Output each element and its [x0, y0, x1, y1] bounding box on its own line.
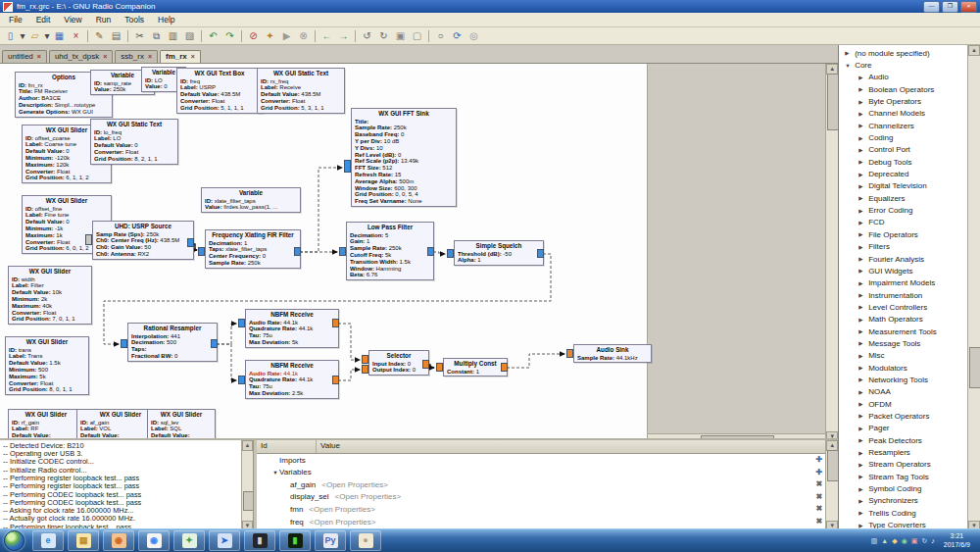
- complex-out-port[interactable]: [187, 238, 194, 247]
- delete-button[interactable]: ▨: [181, 28, 198, 43]
- variable-row-imports[interactable]: Imports✚: [257, 454, 838, 467]
- back-button[interactable]: ←: [318, 28, 335, 43]
- tree-item-audio[interactable]: ▶Audio: [839, 72, 967, 83]
- tree-item-file-operators[interactable]: ▶File Operators: [839, 228, 967, 240]
- tree-item-message-tools[interactable]: ▶Message Tools: [839, 337, 967, 349]
- scrollbar-thumb[interactable]: [701, 435, 773, 438]
- chrome-taskbar-button[interactable]: ◉: [138, 530, 170, 551]
- block-statictext-rx-freq[interactable]: WX GUI Static TextID: rx_freqLabel: Rece…: [257, 68, 345, 114]
- chevron-right-icon[interactable]: ▶: [858, 317, 864, 323]
- tree-item-symbol-coding[interactable]: ▶Symbol Coding: [839, 482, 967, 494]
- tree-item-networking-tools[interactable]: ▶Networking Tools: [839, 374, 967, 385]
- tree-item-debug-tools[interactable]: ▶Debug Tools: [839, 156, 967, 168]
- block-nbfm-receive-1[interactable]: NBFM ReceiveAudio Rate: 44.1kQuadrature …: [245, 309, 339, 348]
- minimize-button[interactable]: —: [923, 1, 940, 13]
- flowgraph-canvas[interactable]: OptionsID: fm_rxTitle: FM ReceiverAuthor…: [0, 64, 838, 438]
- tree-item-pager[interactable]: ▶Pager: [839, 423, 967, 434]
- scrollbar-thumb[interactable]: [243, 491, 253, 511]
- messenger-taskbar-button[interactable]: ➤: [209, 530, 240, 551]
- tree-item-packet-operators[interactable]: ▶Packet Operators: [839, 410, 967, 422]
- variable-value[interactable]: <Open Properties>: [310, 518, 376, 527]
- reload-blocks-button[interactable]: ⟳: [449, 28, 466, 43]
- enable-block-button[interactable]: ▣: [392, 28, 409, 43]
- complex-out-port[interactable]: [211, 339, 218, 348]
- variable-row-fmn[interactable]: fmn<Open Properties>✖: [257, 503, 838, 516]
- variable-row-freq[interactable]: freq<Open Properties>✖: [257, 516, 838, 528]
- tree-item-resamplers[interactable]: ▶Resamplers: [839, 446, 967, 458]
- menu-view[interactable]: View: [57, 14, 88, 25]
- rotate-ccw-button[interactable]: ↺: [359, 28, 375, 43]
- chevron-right-icon[interactable]: ▶: [858, 474, 864, 479]
- chevron-right-icon[interactable]: ▶: [858, 389, 864, 395]
- chevron-right-icon[interactable]: ▶: [858, 135, 864, 141]
- scroll-down-icon[interactable]: ▼: [826, 431, 838, 438]
- tree-scrollbar[interactable]: ▲ ▼: [967, 45, 980, 531]
- network-icon[interactable]: ▥: [871, 537, 878, 544]
- chevron-right-icon[interactable]: ▶: [858, 99, 864, 105]
- block-rational-resampler[interactable]: Rational ResamplerInterpolation: 441Deci…: [127, 323, 218, 362]
- chevron-right-icon[interactable]: ▶: [858, 220, 864, 226]
- block-low-pass-filter[interactable]: Low Pass FilterDecimation: 5Gain: 1Sampl…: [346, 222, 434, 280]
- tree-item-equalizers[interactable]: ▶Equalizers: [839, 192, 967, 204]
- block-nbfm-receive-2[interactable]: NBFM ReceiveAudio Rate: 44.1kQuadrature …: [245, 360, 339, 399]
- chevron-right-icon[interactable]: ▶: [858, 376, 864, 382]
- block-audio-sink[interactable]: Audio SinkSample Rate: 44.1kHz: [573, 344, 652, 364]
- complex-in-port[interactable]: [447, 249, 454, 258]
- open-dropdown-button[interactable]: ▾: [43, 28, 51, 43]
- title-bar[interactable]: fm_rx.grc - E:\ - GNU Radio Companion —❒…: [0, 0, 980, 13]
- chevron-right-icon[interactable]: ▶: [858, 75, 864, 80]
- variable-panel-scrollbar[interactable]: ▲ ▼: [825, 440, 838, 531]
- chevron-right-icon[interactable]: ▶: [858, 353, 864, 359]
- tab-close-icon[interactable]: ×: [37, 53, 41, 60]
- complex-in-port[interactable]: [238, 376, 245, 384]
- chevron-right-icon[interactable]: ▶: [858, 437, 864, 443]
- execute-button[interactable]: ▶: [278, 28, 295, 43]
- tree-item-byte-operators[interactable]: ▶Byte Operators: [839, 95, 967, 107]
- tree-item-deprecated[interactable]: ▶Deprecated: [839, 168, 967, 179]
- tree-item-impairment-models[interactable]: ▶Impairment Models: [839, 277, 967, 289]
- copy-button[interactable]: ⧉: [148, 28, 165, 43]
- chevron-right-icon[interactable]: ▶: [858, 328, 864, 334]
- open-flowgraph-button[interactable]: ▱: [26, 28, 43, 43]
- media-player-taskbar-button[interactable]: ◉: [103, 530, 134, 551]
- block-selector[interactable]: SelectorInput Index: 0Output Index: 0: [368, 350, 429, 376]
- tree-item-fourier-analysis[interactable]: ▶Fourier Analysis: [839, 253, 967, 265]
- paste-button[interactable]: ▥: [165, 28, 181, 43]
- block-uhd-usrp-source[interactable]: UHD: USRP SourceSamp Rate (Sps): 250kCh0…: [92, 221, 194, 260]
- complex-out-port[interactable]: [537, 249, 544, 258]
- chevron-right-icon[interactable]: ▶: [858, 280, 864, 286]
- block-textbox-freq[interactable]: WX GUI Text BoxID: freqLabel: USRPDefaul…: [176, 68, 263, 114]
- float-in-port[interactable]: [436, 363, 443, 372]
- chevron-right-icon[interactable]: ▶: [858, 86, 864, 92]
- tree-item-stream-operators[interactable]: ▶Stream Operators: [839, 459, 967, 471]
- block-wx-gui-fft-sink[interactable]: WX GUI FFT SinkTitle: Sample Rate: 250kB…: [351, 108, 457, 207]
- tree-item-digital-television[interactable]: ▶Digital Television: [839, 180, 967, 192]
- menu-edit[interactable]: Edit: [29, 14, 58, 25]
- tree-item-boolean-operators[interactable]: ▶Boolean Operators: [839, 83, 967, 95]
- generate-button[interactable]: ✦: [262, 28, 278, 43]
- tree-item-filters[interactable]: ▶Filters: [839, 241, 967, 253]
- python-taskbar-button[interactable]: Py: [315, 530, 346, 551]
- chevron-right-icon[interactable]: ▶: [858, 208, 864, 214]
- tab-close-icon[interactable]: ×: [103, 53, 107, 60]
- float-out-port[interactable]: [422, 360, 429, 369]
- volume-icon[interactable]: ♪: [931, 537, 935, 544]
- chevron-right-icon[interactable]: ▶: [858, 486, 864, 492]
- tree-item-gui-widgets[interactable]: ▶GUI Widgets: [839, 265, 967, 276]
- console-scrollbar[interactable]: ▲ ▼: [241, 440, 253, 531]
- variable-row-variables[interactable]: ▼Variables✚: [257, 466, 838, 478]
- new-dropdown-button[interactable]: ▾: [19, 28, 26, 43]
- command-prompt-taskbar-button[interactable]: ▮: [244, 530, 275, 551]
- menu-help[interactable]: Help: [151, 14, 181, 25]
- undo-button[interactable]: ↶: [205, 28, 221, 43]
- scroll-up-icon[interactable]: ▲: [968, 45, 980, 56]
- taskbar-clock[interactable]: 3:21 2017/6/9: [939, 532, 975, 549]
- tree-item-misc[interactable]: ▶Misc: [839, 350, 967, 362]
- chevron-right-icon[interactable]: ▶: [858, 413, 864, 419]
- block-slider-trans[interactable]: WX GUI SliderID: transLabel: TransDefaul…: [5, 336, 89, 395]
- add-icon[interactable]: ✚: [815, 456, 822, 464]
- float-in-port[interactable]: [362, 355, 368, 364]
- tree-item-ofdm[interactable]: ▶OFDM: [839, 398, 967, 410]
- block-slider-rf-gain[interactable]: WX GUI SliderID: rf_gainLabel: RFDefault…: [8, 409, 84, 438]
- chevron-right-icon[interactable]: ▶: [858, 401, 864, 407]
